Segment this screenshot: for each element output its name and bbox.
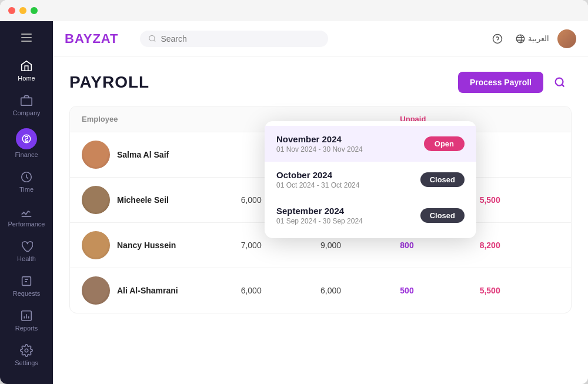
avatar-micheele [82,186,110,214]
dropdown-date-october: 01 Oct 2024 - 31 Oct 2024 [276,181,359,189]
avatar-salma [82,141,110,169]
hamburger-line [21,41,32,42]
settings-icon [19,343,34,358]
cell-total-3: 5,500 [480,286,559,295]
avatar-ali [82,276,110,305]
badge-closed-september: Closed [420,208,465,223]
svg-rect-0 [21,98,32,105]
sidebar-label-reports: Reports [15,325,38,332]
help-button[interactable] [488,29,507,48]
sidebar-item-home[interactable]: Home [6,54,47,86]
sidebar-label-performance: Performance [8,221,45,228]
main-content: BAYZAT [53,21,588,384]
cell-col3-2: 9,000 [320,241,400,250]
badge-open-november: Open [424,136,465,151]
svg-point-6 [25,349,28,352]
employee-name: Salma Al Saif [117,150,169,159]
sidebar-item-company[interactable]: Company [6,89,47,121]
sidebar-item-requests[interactable]: Requests [6,269,47,302]
page-header: PAYROLL Process Payroll [69,71,572,94]
app-logo: BAYZAT [65,31,119,46]
finance-icon [16,128,37,149]
hamburger-line [21,34,32,35]
hamburger-line [21,37,32,38]
dropdown-month-september: September 2024 [276,206,363,216]
lang-label: العربية [528,34,549,43]
period-dropdown[interactable]: November 2024 01 Nov 2024 - 30 Nov 2024 … [265,121,476,238]
search-icon [148,34,156,43]
home-icon [19,59,34,73]
employee-cell: Ali Al-Shamrani [82,276,241,305]
sidebar-item-finance[interactable]: Finance [6,123,47,163]
sidebar-item-time[interactable]: Time [6,165,47,198]
cell-unpaid-3: 500 [400,286,479,295]
maximize-dot[interactable] [31,7,38,14]
topbar-right: العربية [488,29,576,48]
dropdown-item-september[interactable]: September 2024 01 Sep 2024 - 30 Sep 2024… [265,198,476,233]
employee-name: Micheele Seil [117,195,169,205]
sidebar-label-home: Home [18,75,35,82]
help-icon [492,33,503,45]
dropdown-item-october[interactable]: October 2024 01 Oct 2024 - 31 Oct 2024 C… [265,162,476,198]
employee-name: Ali Al-Shamrani [117,286,178,295]
company-icon [19,94,34,108]
sidebar-label-health: Health [17,255,36,262]
globe-icon [515,34,526,44]
employee-name: Nancy Hussein [117,241,176,250]
cell-total-2: 8,200 [480,241,559,250]
dropdown-date-november: 01 Nov 2024 - 30 Nov 2024 [276,145,363,153]
topbar: BAYZAT [53,21,588,56]
dropdown-item-november[interactable]: November 2024 01 Nov 2024 - 30 Nov 2024 … [265,126,476,162]
search-page-icon [553,76,566,89]
th-employee: Employee [82,115,241,123]
sidebar-item-settings[interactable]: Settings [6,339,47,371]
dropdown-month-november: November 2024 [276,134,363,144]
sidebar-label-time: Time [19,186,34,193]
svg-point-8 [493,34,502,43]
hamburger-menu[interactable] [16,27,37,48]
sidebar-label-requests: Requests [13,290,40,297]
sidebar-item-reports[interactable]: Reports [6,304,47,336]
svg-rect-4 [22,277,31,286]
process-payroll-button[interactable]: Process Payroll [458,72,543,93]
cell-col2-3: 6,000 [241,286,320,295]
sidebar-item-health[interactable]: Health [6,235,47,267]
dropdown-date-september: 01 Sep 2024 - 30 Sep 2024 [276,217,363,225]
svg-point-9 [516,35,524,43]
cell-col2-2: 7,000 [241,241,320,250]
th-col5 [480,115,559,123]
language-button[interactable]: العربية [515,34,549,44]
cell-col3-3: 6,000 [320,286,400,295]
sidebar-label-company: Company [12,109,40,116]
sidebar: Home Company [0,21,53,384]
dropdown-item-info: October 2024 01 Oct 2024 - 31 Oct 2024 [276,170,359,189]
health-icon [19,239,34,253]
dropdown-month-october: October 2024 [276,170,359,180]
dropdown-item-info: November 2024 01 Nov 2024 - 30 Nov 2024 [276,134,363,153]
employee-cell: Micheele Seil [82,186,241,214]
search-bar[interactable] [140,31,328,47]
dropdown-item-info: September 2024 01 Sep 2024 - 30 Sep 2024 [276,206,363,225]
avatar-nancy [82,231,110,259]
minimize-dot[interactable] [19,7,26,14]
sidebar-item-performance[interactable]: Performance [6,200,47,232]
titlebar [0,0,588,21]
page-content: PAYROLL Process Payroll Employee Unpai [53,56,588,384]
performance-icon [19,205,34,219]
app-window: Home Company [0,0,588,384]
sidebar-label-settings: Settings [15,359,38,366]
employee-cell: Salma Al Saif [82,141,241,169]
cell-total-1: 5,500 [480,195,559,205]
sidebar-label-finance: Finance [15,151,38,158]
user-avatar[interactable] [557,29,576,48]
search-input[interactable] [161,34,319,44]
search-toggle-button[interactable] [548,71,572,94]
badge-closed-october: Closed [420,172,465,187]
table-row: Ali Al-Shamrani 6,000 6,000 500 5,500 [70,268,571,313]
requests-icon [19,274,34,288]
close-dot[interactable] [8,7,15,14]
svg-point-7 [149,35,154,41]
reports-icon [19,309,34,323]
svg-point-10 [556,78,563,86]
employee-cell: Nancy Hussein [82,231,241,259]
